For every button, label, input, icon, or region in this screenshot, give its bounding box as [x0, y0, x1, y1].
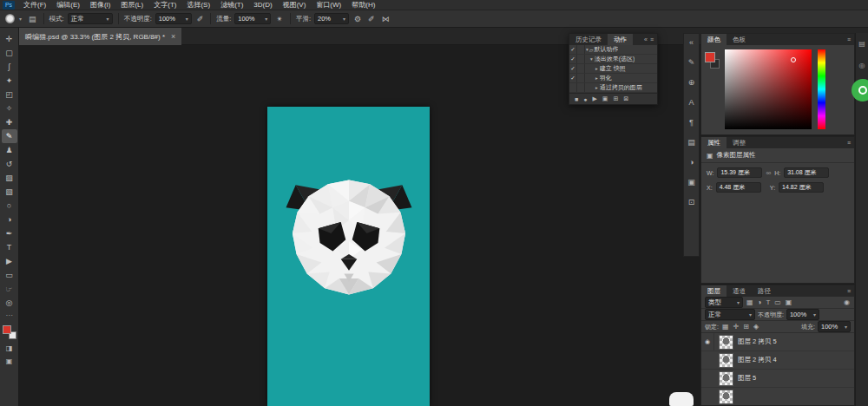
layer-thumbnail[interactable]: [719, 335, 733, 350]
paragraph-panel-icon[interactable]: ¶: [689, 119, 694, 127]
history-brush-tool[interactable]: ↺: [2, 157, 17, 171]
panel-tab[interactable]: 通道: [727, 285, 752, 297]
record-icon[interactable]: ●: [583, 96, 587, 102]
clone-stamp-tool[interactable]: ♟: [2, 143, 17, 157]
brush-preset-picker[interactable]: ▾: [3, 14, 23, 23]
panel-tab[interactable]: 历史记录: [569, 34, 608, 45]
toggle-item-check[interactable]: ✓: [569, 74, 577, 82]
hue-slider[interactable]: [818, 49, 825, 129]
action-row[interactable]: ✓ ▾ ▱ 默认动作: [569, 45, 657, 55]
panel-tab[interactable]: 动作: [608, 34, 633, 45]
move-tool[interactable]: ✛: [2, 32, 17, 46]
layer-thumbnail[interactable]: [719, 353, 733, 368]
panel-tab[interactable]: 属性: [701, 137, 727, 148]
info-panel-icon[interactable]: ⊡: [688, 199, 695, 206]
quick-mask-icon[interactable]: ◨: [6, 344, 13, 352]
lasso-tool[interactable]: ʃ: [2, 60, 17, 74]
menu-item[interactable]: 帮助(H): [346, 0, 380, 10]
crop-tool[interactable]: ◰: [2, 88, 17, 102]
lock-transparent-icon[interactable]: ▦: [721, 323, 730, 331]
hand-tool[interactable]: ☞: [2, 282, 17, 296]
expand-arrow-icon[interactable]: ▸: [595, 75, 598, 81]
menu-item[interactable]: 文件(F): [18, 0, 51, 10]
panel-menu-icon[interactable]: ≡: [847, 288, 851, 294]
pressure-opacity-icon[interactable]: ✐: [195, 15, 206, 23]
filter-toggle-icon[interactable]: ◉: [843, 298, 851, 306]
quick-selection-tool[interactable]: ✦: [2, 74, 17, 88]
blur-tool[interactable]: ○: [2, 199, 17, 213]
action-row[interactable]: ✓ ▸ 建立 快照: [569, 64, 657, 74]
x-field[interactable]: 4.48 厘米: [716, 182, 761, 193]
document-canvas[interactable]: [267, 107, 430, 406]
brush-tool[interactable]: ✎: [2, 129, 17, 143]
layer-visibility-eye-icon[interactable]: ◉: [701, 333, 714, 350]
layer-row[interactable]: ◉: [701, 388, 854, 405]
dialog-toggle-cell[interactable]: [577, 83, 585, 92]
smoothing-select[interactable]: 20%▾: [314, 13, 349, 24]
filter-kind-select[interactable]: 类型▾: [705, 297, 743, 308]
pressure-size-icon[interactable]: ✐: [366, 15, 377, 23]
panel-tab[interactable]: 色板: [727, 34, 752, 45]
brush-settings-icon[interactable]: ✎: [688, 59, 695, 67]
eyedropper-tool[interactable]: ✧: [2, 102, 17, 115]
character-panel-icon[interactable]: A: [688, 99, 694, 107]
eraser-tool[interactable]: ▨: [2, 171, 17, 185]
path-select-tool[interactable]: ▶: [2, 254, 17, 268]
color-swatches[interactable]: [3, 325, 16, 339]
action-row[interactable]: ✓ ▾ 淡出效果(选区): [569, 55, 657, 64]
panel-tab[interactable]: 调整: [727, 137, 752, 148]
brush-panel-toggle-icon[interactable]: ▤: [27, 15, 38, 23]
zoom-tool[interactable]: ◎: [2, 296, 17, 310]
saturation-brightness-picker[interactable]: [725, 49, 812, 129]
delete-icon[interactable]: ⊠: [623, 95, 628, 102]
menu-item[interactable]: 视图(V): [278, 0, 312, 10]
layer-thumbnail[interactable]: [719, 371, 733, 386]
styles-panel-icon[interactable]: ▣: [687, 179, 695, 187]
layer-blend-select[interactable]: 正常▾: [705, 309, 755, 320]
learn-panel-icon[interactable]: ▤: [858, 40, 865, 48]
opacity-select[interactable]: 100%▾: [155, 13, 192, 24]
search-icon[interactable]: ◎: [859, 62, 865, 69]
clone-source-icon[interactable]: ⊕: [688, 79, 695, 87]
menu-item[interactable]: 选择(S): [181, 0, 215, 10]
expand-arrow-icon[interactable]: ▸: [595, 85, 598, 90]
filter-pixel-icon[interactable]: ▦: [746, 298, 754, 306]
blend-mode-select[interactable]: 正常▾: [68, 13, 113, 24]
foreground-color-swatch[interactable]: [3, 325, 11, 334]
edit-toolbar-icon[interactable]: ⋯: [6, 311, 13, 319]
panel-tab[interactable]: 颜色: [701, 34, 727, 45]
color-picker-marker[interactable]: [791, 57, 796, 62]
green-floating-badge[interactable]: [852, 79, 868, 102]
marquee-tool[interactable]: ▢: [2, 46, 17, 60]
close-tab-icon[interactable]: ×: [171, 32, 175, 41]
dodge-tool[interactable]: ◑: [2, 213, 17, 226]
layer-thumbnail[interactable]: [719, 390, 733, 404]
panel-menu-icon[interactable]: ≡: [847, 140, 851, 146]
app-logo[interactable]: Ps: [3, 1, 15, 10]
filter-smart-object-icon[interactable]: ▣: [785, 298, 793, 306]
layer-row[interactable]: ◉ 图层 5: [701, 370, 854, 388]
adjustments-panel-icon[interactable]: ◑: [689, 159, 694, 167]
filter-type-icon[interactable]: T: [765, 298, 771, 306]
foreground-color-swatch[interactable]: [705, 52, 715, 62]
menu-item[interactable]: 图层(L): [115, 0, 148, 10]
expand-arrow-icon[interactable]: ▸: [595, 66, 598, 71]
dialog-toggle-cell[interactable]: [577, 74, 585, 82]
shape-tool[interactable]: ▭: [2, 268, 17, 282]
width-field[interactable]: 15.39 厘米: [717, 167, 762, 178]
toggle-item-check[interactable]: ✓: [569, 64, 577, 73]
panel-tab[interactable]: 路径: [752, 285, 777, 297]
document-tab[interactable]: 瞬编猫.psd @ 33.3% (图层 2 拷贝, RGB/8#) * ×: [19, 28, 181, 45]
stop-icon[interactable]: ■: [575, 96, 578, 102]
menu-item[interactable]: 3D(D): [248, 1, 277, 9]
lock-pixels-icon[interactable]: ✛: [733, 323, 740, 331]
link-dimensions-icon[interactable]: ∞: [766, 169, 771, 177]
filter-adjustment-icon[interactable]: ◑: [757, 298, 763, 306]
dialog-toggle-cell[interactable]: [577, 64, 585, 73]
menu-item[interactable]: 文字(T): [148, 0, 181, 10]
type-tool[interactable]: T: [2, 240, 17, 254]
new-action-icon[interactable]: ⊞: [613, 95, 618, 102]
collapse-panels-icon[interactable]: «: [689, 39, 694, 47]
toggle-item-check[interactable]: ✓: [569, 55, 577, 63]
lock-all-icon[interactable]: ◈: [753, 323, 760, 331]
